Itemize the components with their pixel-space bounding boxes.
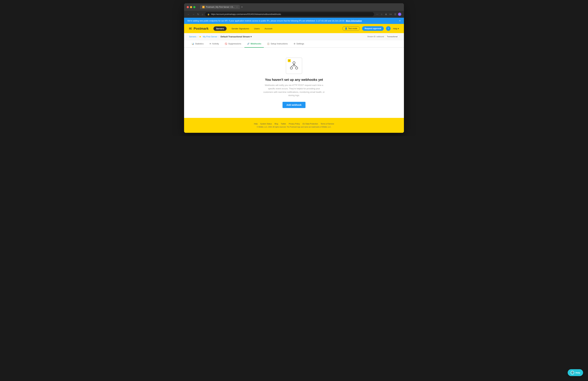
footer-twitter-link[interactable]: Twitter xyxy=(281,123,286,125)
tab-title: Postmark | My First Server > D... xyxy=(206,6,234,8)
server-breadcrumb-link[interactable]: My First Server xyxy=(203,35,217,38)
home-button[interactable]: ⌂ xyxy=(201,12,204,16)
sender-signatures-link[interactable]: Sender Signatures xyxy=(231,27,249,30)
traffic-lights xyxy=(187,6,195,8)
webhook-badge: F xyxy=(288,59,291,62)
svg-point-2 xyxy=(295,67,298,69)
stream-id-area: Stream ID: outbound Transactional xyxy=(367,35,399,38)
tab-setup-instructions[interactable]: 📋 Setup Instructions xyxy=(264,40,290,48)
more-button[interactable]: >> xyxy=(389,12,393,16)
browser-addressbar: ← → ↻ ⌂ 🔒 https://account.postmarkapp.co… xyxy=(184,11,404,18)
empty-state-description: Webhooks will notify you via HTTP POST r… xyxy=(263,84,325,97)
browser-tab-bar: P Postmark | My First Server > D... × + xyxy=(200,5,401,9)
help-label: Help xyxy=(393,27,397,30)
webhook-icon-container: F xyxy=(289,60,299,71)
servers-nav-button[interactable]: Servers xyxy=(213,26,227,31)
browser-window: P Postmark | My First Server > D... × + … xyxy=(184,3,404,133)
info-banner: We're adding new public endpoints for ou… xyxy=(184,18,404,24)
suppressions-icon: 🚫 xyxy=(225,43,227,45)
nav-right: 👤 Test mode Request approval ? Help ▾ xyxy=(342,26,399,31)
banner-text: We're adding new public endpoints for ou… xyxy=(187,20,362,22)
request-approval-button[interactable]: Request approval xyxy=(362,26,384,31)
logo-text: Postmark xyxy=(194,27,209,30)
user-avatar-button[interactable]: ? xyxy=(386,26,391,31)
top-nav: Postmark Servers Sender Signatures Users… xyxy=(184,24,404,33)
tab-statistics[interactable]: 📊 Statistics xyxy=(189,40,206,48)
tab-settings[interactable]: ⚙ Settings xyxy=(291,40,307,48)
lock-icon: 🔒 xyxy=(207,13,210,15)
footer-terms-link[interactable]: Terms of Service xyxy=(321,123,334,125)
stream-dropdown-button[interactable]: Default Transactional Stream ▾ xyxy=(220,35,252,38)
chevron-down-icon: ▾ xyxy=(251,35,252,38)
statistics-label: Statistics xyxy=(195,42,204,45)
stream-id-label: Stream ID: outbound xyxy=(367,36,384,38)
help-nav-button[interactable]: Help ▾ xyxy=(393,27,399,30)
test-mode-label: Test mode xyxy=(348,27,357,30)
activity-label: Activity xyxy=(212,42,219,45)
tab-webhooks[interactable]: 🔗 Webhooks xyxy=(244,40,264,48)
menu-button[interactable]: ☰ xyxy=(394,12,397,16)
extensions-button[interactable]: ⋯ xyxy=(375,12,379,16)
banner-close-button[interactable]: × xyxy=(399,19,401,22)
webhooks-icon: 🔗 xyxy=(247,43,250,45)
browser-actions: ⋯ ☆ ⊕ >> ☰ ∞ xyxy=(375,12,401,16)
logo-icon xyxy=(189,28,192,29)
add-webhook-button[interactable]: Add webhook xyxy=(283,102,305,108)
suppressions-label: Suppressions xyxy=(228,42,241,45)
bookmark-button[interactable]: ☆ xyxy=(380,12,383,16)
svg-point-1 xyxy=(290,67,293,69)
chevron-down-icon: ▾ xyxy=(398,27,399,30)
footer-blog-link[interactable]: Blog xyxy=(274,123,278,125)
breadcrumb-area: Servers / My First Server / Default Tran… xyxy=(184,33,404,40)
footer: Help System Status Blog Twitter Privacy … xyxy=(184,118,404,133)
setup-icon: 📋 xyxy=(267,43,270,45)
stream-id-badge: Transactional xyxy=(385,35,399,38)
account-link[interactable]: Account xyxy=(265,27,272,30)
address-bar[interactable]: 🔒 https://account.postmarkapp.com/server… xyxy=(205,12,374,16)
banner-link[interactable]: More Information xyxy=(346,20,362,22)
footer-system-status-link[interactable]: System Status xyxy=(260,123,272,125)
new-tab-button[interactable]: + xyxy=(240,5,244,9)
minimize-traffic-light[interactable] xyxy=(190,6,192,8)
test-mode-button[interactable]: 👤 Test mode xyxy=(342,26,360,31)
settings-label: Settings xyxy=(296,42,304,45)
tab-close-button[interactable]: × xyxy=(236,6,237,8)
forward-button[interactable]: → xyxy=(192,12,195,16)
maximize-traffic-light[interactable] xyxy=(193,6,195,8)
user-icon: 👤 xyxy=(345,27,347,30)
back-button[interactable]: ← xyxy=(187,12,190,16)
refresh-button[interactable]: ↻ xyxy=(197,12,200,16)
webhook-illustration: F xyxy=(286,58,302,74)
postmark-logo: Postmark xyxy=(189,27,209,30)
statistics-icon: 📊 xyxy=(192,43,194,45)
breadcrumb-separator-1: / xyxy=(198,35,198,38)
main-content: F You haven't set up any webhooks yet We… xyxy=(184,48,404,118)
tab-favicon: P xyxy=(202,6,205,8)
app-content: We're adding new public endpoints for ou… xyxy=(184,18,404,133)
users-link[interactable]: Users xyxy=(254,27,260,30)
svg-point-0 xyxy=(293,62,295,64)
webhooks-label: Webhooks xyxy=(251,42,261,45)
browser-tab[interactable]: P Postmark | My First Server > D... × xyxy=(200,5,240,9)
footer-help-link[interactable]: Help xyxy=(254,123,258,125)
servers-breadcrumb-link[interactable]: Servers xyxy=(189,35,196,38)
tab-activity[interactable]: ✉ Activity xyxy=(207,40,221,48)
extension-icon: ∞ xyxy=(398,13,401,16)
empty-state-title: You haven't set up any webhooks yet xyxy=(265,78,323,82)
breadcrumb-separator-2: / xyxy=(219,35,219,38)
activity-icon: ✉ xyxy=(210,43,211,45)
sub-nav: 📊 Statistics ✉ Activity 🚫 Suppressions 🔗… xyxy=(184,40,404,48)
footer-copyright: © Wildbit, LLC, 2020. All rights reserve… xyxy=(187,126,401,128)
footer-privacy-link[interactable]: Privacy Policy xyxy=(289,123,300,125)
browser-titlebar: P Postmark | My First Server > D... × + xyxy=(184,3,404,11)
breadcrumb: Servers / My First Server / Default Tran… xyxy=(189,35,252,38)
close-traffic-light[interactable] xyxy=(187,6,189,8)
setup-label: Setup Instructions xyxy=(271,42,288,45)
url-text: https://account.postmarkapp.com/servers/… xyxy=(211,13,372,15)
breadcrumb-server-dot xyxy=(200,35,201,38)
zoom-button[interactable]: ⊕ xyxy=(384,12,388,16)
tab-suppressions[interactable]: 🚫 Suppressions xyxy=(222,40,244,48)
settings-icon: ⚙ xyxy=(294,43,295,45)
footer-eu-data-link[interactable]: EU Data Protection xyxy=(303,123,318,125)
footer-links: Help System Status Blog Twitter Privacy … xyxy=(187,123,401,125)
